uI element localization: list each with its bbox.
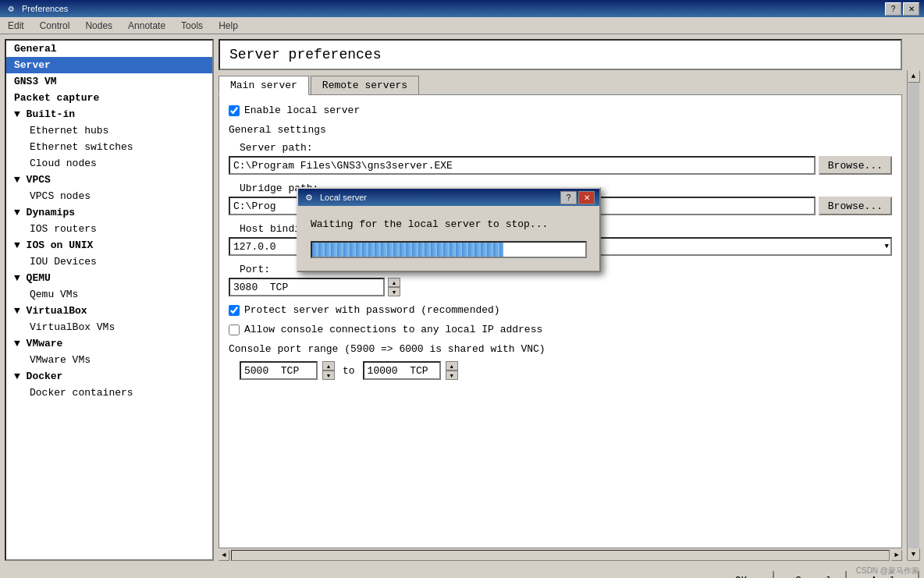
scroll-thumb — [908, 83, 919, 548]
horizontal-scrollbar: ◄ ► — [219, 550, 902, 561]
scroll-left-button[interactable]: ◄ — [219, 550, 229, 561]
modal-title-bar: ⚙ Local server ? ✕ — [298, 189, 599, 206]
scroll-up-button[interactable]: ▲ — [908, 70, 920, 83]
menu-edit[interactable]: Edit — [3, 19, 29, 33]
menu-nodes[interactable]: Nodes — [80, 19, 117, 33]
sidebar-item-dynamips[interactable]: ▼ Dynamips — [6, 204, 212, 221]
right-panel: Server preferences Main server Remote se… — [219, 39, 902, 561]
sidebar-item-general[interactable]: General — [6, 41, 212, 57]
title-bar-buttons: ? ✕ — [885, 2, 919, 16]
sidebar-item-ethernet-hubs[interactable]: Ethernet hubs — [6, 122, 212, 139]
allow-console-checkbox[interactable] — [229, 324, 240, 335]
port-to-label: to — [343, 365, 355, 377]
console-from-up-button[interactable]: ▲ — [322, 361, 335, 371]
console-port-range-row: ▲ ▼ to ▲ ▼ — [229, 361, 892, 380]
modal-close-button[interactable]: ✕ — [578, 191, 595, 204]
server-path-row: Browse... — [229, 156, 892, 175]
bottom-bar: OK Cancel Apply — [0, 566, 924, 578]
left-panel: General Server GNS3 VM Packet capture ▼ … — [5, 39, 214, 561]
sidebar-item-virtualbox[interactable]: ▼ VirtualBox — [6, 303, 212, 319]
protect-server-checkbox[interactable] — [229, 305, 240, 316]
console-port-from-spinner[interactable]: ▲ ▼ — [322, 361, 335, 380]
port-input[interactable] — [229, 278, 385, 296]
window-title: Preferences — [22, 4, 885, 13]
panel-title: Server preferences — [219, 39, 902, 70]
console-port-range-label: Console port range (5900 => 6000 is shar… — [229, 343, 892, 355]
console-from-down-button[interactable]: ▼ — [322, 371, 335, 380]
sidebar-item-ethernet-switches[interactable]: Ethernet switches — [6, 139, 212, 155]
sidebar-item-gns3vm[interactable]: GNS3 VM — [6, 73, 212, 90]
local-server-dialog[interactable]: ⚙ Local server ? ✕ Waiting for the local… — [297, 187, 601, 272]
vertical-scrollbar: ▲ ▼ — [907, 70, 919, 561]
sidebar-item-cloud-nodes[interactable]: Cloud nodes — [6, 155, 212, 172]
protect-server-label: Protect server with password (recommende… — [244, 304, 500, 316]
sidebar-item-docker-containers[interactable]: Docker containers — [6, 385, 212, 401]
enable-local-server-row: Enable local server — [229, 105, 892, 116]
allow-console-row: Allow console connections to any local I… — [229, 324, 892, 335]
protect-server-row: Protect server with password (recommende… — [229, 304, 892, 316]
ok-button[interactable]: OK — [708, 570, 774, 578]
app-icon: ⚙ — [5, 2, 17, 15]
sidebar-item-vpcs-nodes[interactable]: VPCS nodes — [6, 188, 212, 204]
allow-console-label: Allow console connections to any local I… — [244, 324, 542, 335]
console-port-to-input[interactable] — [363, 361, 441, 380]
enable-local-server-checkbox[interactable] — [229, 105, 240, 116]
modal-app-icon: ⚙ — [303, 191, 315, 204]
sidebar-item-virtualbox-vms[interactable]: VirtualBox VMs — [6, 319, 212, 335]
modal-message: Waiting for the local server to stop... — [311, 218, 587, 230]
modal-title-text: Local server — [320, 193, 560, 202]
scroll-right-button[interactable]: ► — [891, 550, 902, 561]
sidebar-item-docker[interactable]: ▼ Docker — [6, 368, 212, 385]
console-port-from-input[interactable] — [240, 361, 318, 380]
port-down-button[interactable]: ▼ — [388, 287, 400, 296]
console-port-to-spinner[interactable]: ▲ ▼ — [446, 361, 458, 380]
modal-title-buttons: ? ✕ — [560, 191, 595, 204]
port-spinner[interactable]: ▲ ▼ — [388, 278, 400, 296]
sidebar-item-server[interactable]: Server — [6, 57, 212, 73]
general-settings-label: General settings — [229, 124, 892, 136]
sidebar-item-vpcs[interactable]: ▼ VPCS — [6, 172, 212, 188]
sidebar-item-qemu[interactable]: ▼ QEMU — [6, 270, 212, 286]
modal-content: Waiting for the local server to stop... — [298, 206, 599, 271]
close-button[interactable]: ✕ — [903, 2, 919, 16]
watermark: CSDN @蒙马作家 — [856, 566, 919, 576]
port-row: ▲ ▼ — [229, 278, 892, 296]
sidebar-item-iou-devices[interactable]: IOU Devices — [6, 254, 212, 270]
menu-annotate[interactable]: Annotate — [123, 19, 170, 33]
tab-remote-servers[interactable]: Remote servers — [311, 76, 419, 95]
enable-local-server-label: Enable local server — [244, 105, 360, 116]
menu-tools[interactable]: Tools — [176, 19, 208, 33]
content-area: General Server GNS3 VM Packet capture ▼ … — [0, 34, 924, 566]
tab-content: Enable local server General settings Ser… — [219, 94, 902, 548]
progress-bar-fill — [312, 243, 503, 257]
console-to-up-button[interactable]: ▲ — [446, 361, 458, 371]
server-path-label: Server path: — [229, 142, 892, 154]
scroll-down-button[interactable]: ▼ — [908, 548, 920, 561]
sidebar-item-ios-unix[interactable]: ▼ IOS on UNIX — [6, 237, 212, 254]
menu-bar: Edit Control Nodes Annotate Tools Help — [0, 17, 924, 34]
menu-help[interactable]: Help — [214, 19, 243, 33]
server-path-input[interactable] — [229, 156, 816, 175]
menu-control[interactable]: Control — [35, 19, 75, 33]
sidebar-item-ios-routers[interactable]: IOS routers — [6, 221, 212, 237]
title-bar: ⚙ Preferences ? ✕ — [0, 0, 924, 17]
progress-bar-container — [311, 241, 587, 258]
server-path-browse-button[interactable]: Browse... — [819, 156, 892, 175]
port-up-button[interactable]: ▲ — [388, 278, 400, 287]
ubridge-path-browse-button[interactable]: Browse... — [819, 197, 892, 215]
help-button[interactable]: ? — [885, 2, 901, 16]
console-to-down-button[interactable]: ▼ — [446, 371, 458, 380]
scroll-track — [231, 550, 890, 561]
cancel-button[interactable]: Cancel — [780, 570, 847, 578]
tab-bar: Main server Remote servers — [219, 75, 902, 94]
sidebar-item-packet-capture[interactable]: Packet capture — [6, 90, 212, 106]
sidebar-item-vmware-vms[interactable]: VMware VMs — [6, 352, 212, 368]
modal-help-button[interactable]: ? — [560, 191, 577, 204]
sidebar-item-builtin[interactable]: ▼ Built-in — [6, 106, 212, 122]
tab-main-server[interactable]: Main server — [219, 76, 309, 95]
main-window: General Server GNS3 VM Packet capture ▼ … — [0, 34, 924, 578]
sidebar-item-vmware[interactable]: ▼ VMware — [6, 335, 212, 352]
sidebar-item-qemu-vms[interactable]: Qemu VMs — [6, 286, 212, 303]
